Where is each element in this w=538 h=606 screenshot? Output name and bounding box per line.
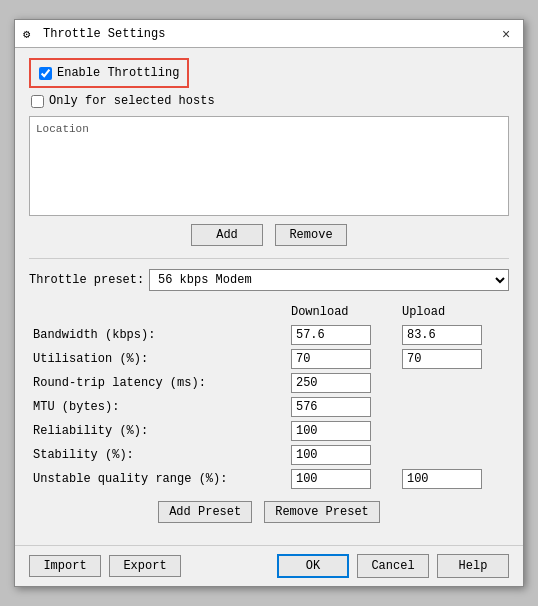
field-label-6: Unstable quality range (%): <box>29 467 287 491</box>
upload-input-6[interactable] <box>402 469 482 489</box>
download-input-4[interactable] <box>291 421 371 441</box>
field-label-3: MTU (bytes): <box>29 395 287 419</box>
download-input-0[interactable] <box>291 325 371 345</box>
add-preset-button[interactable]: Add Preset <box>158 501 252 523</box>
download-input-5[interactable] <box>291 445 371 465</box>
table-row: Stability (%): <box>29 443 509 467</box>
cancel-button[interactable]: Cancel <box>357 554 429 578</box>
help-button[interactable]: Help <box>437 554 509 578</box>
add-button[interactable]: Add <box>191 224 263 246</box>
remove-preset-button[interactable]: Remove Preset <box>264 501 380 523</box>
main-content: Enable Throttling Only for selected host… <box>15 48 523 545</box>
title-bar: ⚙ Throttle Settings × <box>15 20 523 48</box>
close-button[interactable]: × <box>497 25 515 43</box>
field-label-4: Reliability (%): <box>29 419 287 443</box>
field-label-2: Round-trip latency (ms): <box>29 371 287 395</box>
download-input-2[interactable] <box>291 373 371 393</box>
table-row: MTU (bytes): <box>29 395 509 419</box>
enable-throttle-checkbox[interactable] <box>39 67 52 80</box>
field-label-0: Bandwidth (kbps): <box>29 323 287 347</box>
enable-throttle-container: Enable Throttling <box>29 58 189 88</box>
download-input-3[interactable] <box>291 397 371 417</box>
bottom-right: OK Cancel Help <box>277 554 509 578</box>
upload-input-0[interactable] <box>402 325 482 345</box>
upload-input-1[interactable] <box>402 349 482 369</box>
bottom-left: Import Export <box>29 555 181 577</box>
preset-select[interactable]: 56 kbps Modem DSL Cable T1 Custom <box>149 269 509 291</box>
download-input-6[interactable] <box>291 469 371 489</box>
enable-throttle-text: Enable Throttling <box>57 66 179 80</box>
window-icon: ⚙ <box>23 27 37 41</box>
location-box: Location <box>29 116 509 216</box>
preset-row: Throttle preset: 56 kbps Modem DSL Cable… <box>29 269 509 291</box>
only-hosts-label: Only for selected hosts <box>49 94 215 108</box>
enable-throttle-label[interactable]: Enable Throttling <box>39 66 179 80</box>
field-label-1: Utilisation (%): <box>29 347 287 371</box>
table-row: Round-trip latency (ms): <box>29 371 509 395</box>
only-hosts-row: Only for selected hosts <box>31 94 509 108</box>
bandwidth-table: Download Upload Bandwidth (kbps):Utilisa… <box>29 303 509 491</box>
divider <box>29 258 509 259</box>
ok-button[interactable]: OK <box>277 554 349 578</box>
preset-btns: Add Preset Remove Preset <box>29 501 509 523</box>
download-input-1[interactable] <box>291 349 371 369</box>
table-row: Bandwidth (kbps): <box>29 323 509 347</box>
remove-button[interactable]: Remove <box>275 224 347 246</box>
field-label-5: Stability (%): <box>29 443 287 467</box>
throttle-settings-window: ⚙ Throttle Settings × Enable Throttling … <box>14 19 524 587</box>
export-button[interactable]: Export <box>109 555 181 577</box>
only-hosts-checkbox[interactable] <box>31 95 44 108</box>
import-button[interactable]: Import <box>29 555 101 577</box>
location-placeholder: Location <box>36 123 89 135</box>
add-remove-row: Add Remove <box>29 224 509 246</box>
col-header-upload: Upload <box>398 303 509 323</box>
window-title: Throttle Settings <box>43 27 165 41</box>
table-row: Utilisation (%): <box>29 347 509 371</box>
bottom-buttons: Import Export OK Cancel Help <box>15 545 523 586</box>
table-row: Unstable quality range (%): <box>29 467 509 491</box>
table-row: Reliability (%): <box>29 419 509 443</box>
col-header-download: Download <box>287 303 398 323</box>
preset-label: Throttle preset: <box>29 273 149 287</box>
